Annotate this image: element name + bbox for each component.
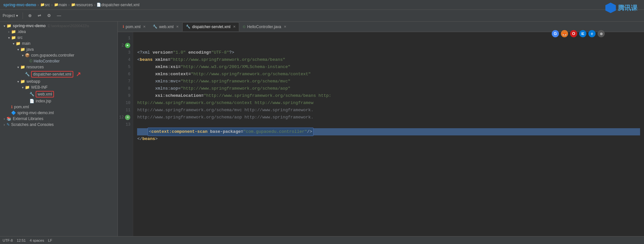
status-bar: UTF-8 12:51 4 spaces LF xyxy=(0,236,644,244)
tree-item-label: resources xyxy=(27,65,44,69)
tab-pom-xml[interactable]: ℹpom.xml✕ xyxy=(119,22,149,31)
code-line-7: xsi:schemaLocation="http://www.springfra… xyxy=(137,92,640,99)
sidebar-item-pom.xml[interactable]: ℹpom.xml xyxy=(0,104,117,110)
extlib-icon: 📚 xyxy=(7,116,11,121)
arrow-icon: ▾ xyxy=(16,48,20,51)
line-num-9: 9 xyxy=(119,92,130,99)
iml-icon: 🔷 xyxy=(11,111,16,115)
sidebar-item-spring-mvc-demo[interactable]: ▾📁spring-mvc-demoE:\workspace\20200422\s xyxy=(0,23,117,29)
code-line-9: http://www.springframework.org/schema/mv… xyxy=(137,107,640,114)
sidebar-item-resources[interactable]: ▾📁resources xyxy=(0,64,117,70)
folder-icon: 📁 xyxy=(20,79,25,84)
jsp-icon: 📄 xyxy=(29,99,34,103)
firefox-icon[interactable]: 🦊 xyxy=(561,30,568,37)
arrow-icon: ▾ xyxy=(12,42,15,45)
tab-close-btn[interactable]: ✕ xyxy=(143,25,146,28)
main-area: ▾📁spring-mvc-demoE:\workspace\20200422\s… xyxy=(0,22,644,236)
sidebar-item-main[interactable]: ▾📁main xyxy=(0,41,117,46)
xml-icon: 🔧 xyxy=(25,72,30,77)
folder-icon: 📁 xyxy=(7,24,11,28)
sidebar: ▾📁spring-mvc-demoE:\workspace\20200422\s… xyxy=(0,22,118,236)
code-line-6: xmlns:aop="http://www.springframework.or… xyxy=(137,85,640,92)
sidebar-item-dispatcher-servlet.xml[interactable]: 🔧dispatcher-servlet.xml↗ xyxy=(0,70,117,78)
settings-button[interactable]: ⚙ xyxy=(45,12,53,19)
sidebar-item-WEB-INF[interactable]: ▾📁WEB-INF xyxy=(0,84,117,90)
arrow-icon: ▾ xyxy=(21,86,24,89)
tab-dispatcher-servlet-xml[interactable]: 🔧dispatcher-servlet.xml✕ xyxy=(182,22,239,31)
tree-item-label: webapp xyxy=(27,79,40,84)
gutter-icon-run[interactable]: ▶ xyxy=(125,43,130,48)
sidebar-item-java[interactable]: ▾📁java xyxy=(0,46,117,52)
xml-icon: 🔧 xyxy=(29,92,34,96)
tree-item-label: index.jsp xyxy=(36,99,51,103)
sidebar-item-index.jsp[interactable]: 📄index.jsp xyxy=(0,98,117,104)
folder-icon: 📁 xyxy=(20,65,25,69)
title-main: main xyxy=(59,3,67,7)
browser-icons-bar: G 🦊 O IE e ⊗ xyxy=(552,30,605,37)
code-line-4: xmlns:context="http://www.springframewor… xyxy=(137,71,640,78)
scratches-icon: ✎ xyxy=(7,122,10,127)
sidebar-item-HelloController[interactable]: ©HelloController xyxy=(0,58,117,64)
tree-item-label: HelloController xyxy=(34,59,60,63)
line-num-10: 10 xyxy=(119,99,130,107)
sidebar-item-External Libraries[interactable]: ›📚External Libraries xyxy=(0,116,117,122)
folder-icon: 📁 xyxy=(16,41,21,46)
tab-java-icon: © xyxy=(243,25,245,29)
status-lf: LF xyxy=(48,238,52,242)
sidebar-item-spring-mvc-demo.iml[interactable]: 🔷spring-mvc-demo.iml xyxy=(0,110,117,116)
sidebar-item-web.xml[interactable]: 🔧web.xml xyxy=(0,90,117,98)
code-line-1: <?xml version="1.0" encoding="UTF-8"?> xyxy=(137,49,640,56)
arrow-icon: ▾ xyxy=(3,24,6,28)
sidebar-item-Scratches and Consoles[interactable]: ›✎Scratches and Consoles xyxy=(0,122,117,128)
java-icon: © xyxy=(29,59,32,63)
code-line-13: </beans> xyxy=(137,135,640,143)
sidebar-item-webapp[interactable]: ▾📁webapp xyxy=(0,78,117,84)
sidebar-item-src[interactable]: ▾📁src xyxy=(0,35,117,41)
arrow-icon: ▾ xyxy=(16,80,20,83)
tab-label: web.xml xyxy=(159,25,173,29)
code-editor[interactable]: 12▶3456789101112⚙13 <?xml version="1.0" … xyxy=(118,32,644,236)
arrow-icon: ▾ xyxy=(16,65,20,69)
tab-close-btn[interactable]: ✕ xyxy=(284,25,286,28)
line-num-11: 11 xyxy=(119,107,130,114)
line-num-8: 8 xyxy=(119,85,130,92)
safari-icon[interactable]: ⊗ xyxy=(598,30,605,37)
ie-icon[interactable]: IE xyxy=(579,30,586,37)
toolbar-separator-1 xyxy=(23,12,23,19)
line-num-4: 4 xyxy=(119,56,130,63)
collapse-button[interactable]: — xyxy=(55,12,63,19)
tree-item-label: com.gupaoedu.controller xyxy=(31,53,74,58)
tab-web-xml[interactable]: 🔧web.xml✕ xyxy=(149,22,182,31)
sidebar-tree: ▾📁spring-mvc-demoE:\workspace\20200422\s… xyxy=(0,22,117,236)
gutter-icon-2[interactable]: ⚙ xyxy=(125,115,130,120)
gear-button[interactable]: ⇌ xyxy=(36,12,43,19)
edge-icon[interactable]: e xyxy=(588,30,596,37)
folder-icon: 📁 xyxy=(11,29,16,34)
folder-icon: 📁 xyxy=(20,47,25,52)
tree-item-label: java xyxy=(27,47,34,52)
title-project[interactable]: spring-mvc-demo xyxy=(3,3,36,7)
tree-item-label: main xyxy=(22,41,30,46)
tree-item-label: spring-mvc-demo xyxy=(13,24,46,28)
tree-item-label: web.xml xyxy=(36,91,54,97)
arrow-icon: ▾ xyxy=(7,36,10,40)
code-content[interactable]: <?xml version="1.0" encoding="UTF-8"?><b… xyxy=(133,32,644,236)
code-line-10: http://www.springframework.org/schema/ao… xyxy=(137,114,640,121)
folder-icon: 📁 xyxy=(11,35,16,40)
tab-close-btn[interactable]: ✕ xyxy=(176,25,179,28)
arrow-icon: ▾ xyxy=(21,54,24,57)
tree-item-label: Scratches and Consoles xyxy=(11,122,54,127)
tab-close-btn[interactable]: ✕ xyxy=(233,25,236,28)
src-folder-icon: 📁 xyxy=(40,3,45,7)
opera-icon[interactable]: O xyxy=(570,30,577,37)
editor-panel: ℹpom.xml✕🔧web.xml✕🔧dispatcher-servlet.xm… xyxy=(118,22,644,236)
add-button[interactable]: ⊕ xyxy=(26,12,34,19)
tab-HelloController-java[interactable]: ©HelloController.java✕ xyxy=(239,22,290,31)
code-line-2: <beans xmlns="http://www.springframework… xyxy=(137,56,640,63)
sidebar-item-idea[interactable]: ›📁.idea xyxy=(0,29,117,35)
line-num-7: 7 xyxy=(119,78,130,85)
tree-item-label: WEB-INF xyxy=(31,85,48,90)
code-line-12: <context:component-scan base-package="co… xyxy=(137,128,640,135)
chrome-icon[interactable]: G xyxy=(552,30,559,37)
sidebar-item-com.gupaoedu.controller[interactable]: ▾📦com.gupaoedu.controller xyxy=(0,52,117,58)
